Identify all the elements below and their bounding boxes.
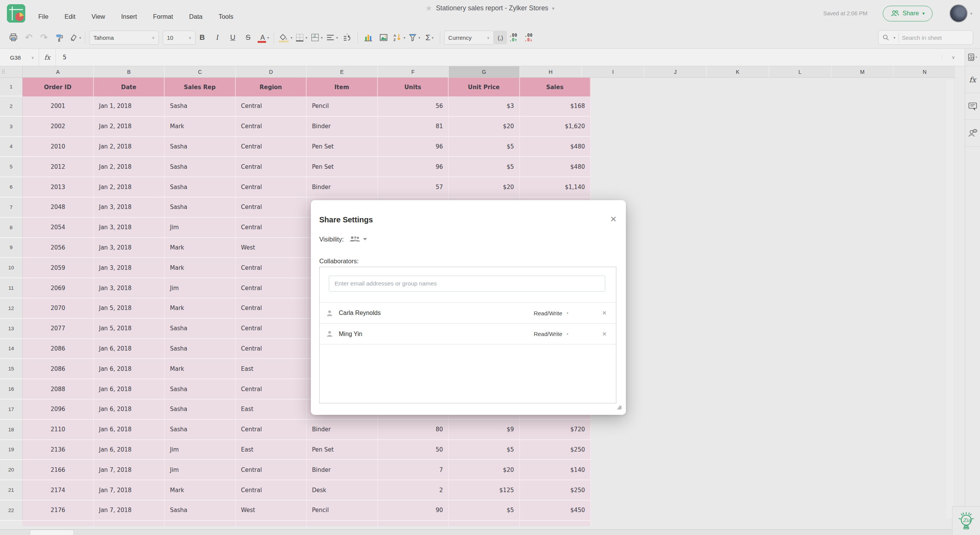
format-painter-button[interactable] — [53, 30, 66, 45]
column-header[interactable]: F — [378, 66, 449, 78]
cell[interactable]: $250 — [520, 480, 591, 500]
row-header[interactable]: 13 — [0, 319, 23, 339]
row-header[interactable]: 15 — [0, 359, 23, 379]
fill-color-button[interactable]: ▾ — [278, 30, 292, 45]
header-cell[interactable]: Date — [94, 78, 165, 96]
redo-button[interactable]: ↷ — [38, 30, 51, 45]
row-header[interactable]: 14 — [0, 339, 23, 359]
share-button[interactable]: Share ▾ — [883, 6, 933, 21]
zia-assistant-button[interactable]: Zia — [952, 506, 980, 535]
remove-collaborator-button[interactable]: ✕ — [602, 331, 607, 338]
cell[interactable]: $5 — [449, 501, 520, 520]
cell[interactable]: Sasha — [165, 319, 236, 338]
cell[interactable]: Mark — [165, 359, 236, 378]
column-header[interactable]: H — [520, 66, 582, 78]
column-header[interactable]: G — [449, 66, 520, 78]
cell[interactable]: $168 — [520, 96, 591, 116]
row-header[interactable]: 18 — [0, 420, 23, 440]
cell[interactable]: Pen Set — [307, 137, 378, 157]
cell[interactable]: Jim — [165, 278, 236, 298]
avatar-chevron-down-icon[interactable]: ▾ — [970, 11, 972, 16]
cell[interactable]: Sasha — [165, 197, 236, 217]
cell[interactable]: Binder — [307, 460, 378, 480]
sort-button[interactable]: A Z ▾ — [392, 30, 405, 45]
row-header[interactable]: 2 — [0, 96, 23, 117]
cell[interactable]: Jan 5, 2018 — [94, 298, 165, 318]
permission-select[interactable]: Read/Write ▾ — [534, 331, 568, 337]
formula-bar-collapse-chevron[interactable]: ∨ — [942, 55, 965, 60]
filter-button[interactable]: ▾ — [408, 30, 421, 45]
row-header[interactable]: 21 — [0, 480, 23, 501]
collaborator-email-input[interactable] — [329, 276, 605, 292]
cell[interactable]: $5 — [449, 440, 520, 460]
undo-button[interactable]: ↶ — [22, 30, 35, 45]
cell[interactable]: Central — [236, 339, 307, 359]
cell-name-box[interactable]: G38 ∨ — [0, 49, 39, 66]
cell[interactable]: $20 — [449, 460, 520, 480]
menu-format[interactable]: Format — [153, 13, 173, 20]
cell[interactable]: West — [236, 238, 307, 258]
cell[interactable]: 2001 — [23, 96, 94, 116]
cell[interactable]: $20 — [449, 177, 520, 197]
dialog-close-button[interactable]: ✕ — [610, 215, 617, 224]
text-wrap-button[interactable] — [341, 30, 354, 45]
sheet-view-button[interactable] — [965, 49, 980, 66]
row-header[interactable]: 11 — [0, 278, 23, 298]
header-cell[interactable]: Item — [307, 78, 378, 96]
cell[interactable]: Jan 3, 2018 — [94, 197, 165, 217]
cell[interactable]: Central — [236, 278, 307, 298]
cell[interactable]: 90 — [378, 501, 449, 520]
cell[interactable]: Binder — [307, 117, 378, 136]
cell[interactable]: $9 — [449, 420, 520, 439]
cell[interactable]: 2048 — [23, 197, 94, 217]
underline-button[interactable]: U — [226, 30, 239, 45]
cell[interactable]: 57 — [378, 177, 449, 197]
alignment-button[interactable]: ▾ — [325, 30, 338, 45]
fx-button[interactable]: fx — [39, 49, 56, 66]
zoho-sheet-logo-icon[interactable] — [7, 4, 25, 23]
cell[interactable]: $1,620 — [520, 117, 591, 136]
dialog-resize-handle[interactable] — [615, 404, 622, 412]
cell[interactable]: Jan 6, 2018 — [94, 420, 165, 439]
cell[interactable]: Binder — [307, 420, 378, 439]
cell[interactable]: Sasha — [165, 177, 236, 197]
column-header[interactable]: E — [307, 66, 378, 78]
cell[interactable]: Sasha — [165, 339, 236, 359]
menu-tools[interactable]: Tools — [219, 13, 234, 20]
cell[interactable]: $5 — [449, 157, 520, 176]
cell[interactable]: Central — [236, 218, 307, 237]
cell[interactable]: Pencil — [307, 501, 378, 520]
cell[interactable]: 2166 — [23, 460, 94, 480]
cell[interactable]: West — [236, 501, 307, 520]
italic-button[interactable]: I — [211, 30, 224, 45]
bold-button[interactable]: B — [196, 30, 209, 45]
cell[interactable]: Sasha — [165, 137, 236, 157]
header-cell[interactable]: Region — [236, 78, 307, 96]
cell[interactable]: 81 — [378, 117, 449, 136]
font-color-button[interactable]: A ▾ — [257, 30, 270, 45]
cell[interactable]: 80 — [378, 420, 449, 439]
sheet-tab[interactable] — [30, 530, 74, 535]
cell[interactable]: $3 — [449, 96, 520, 116]
row-header[interactable]: 19 — [0, 440, 23, 460]
cell[interactable]: Jan 3, 2018 — [94, 218, 165, 237]
cell[interactable]: 7 — [378, 460, 449, 480]
search-chevron-icon[interactable]: ▾ — [893, 36, 895, 40]
row-header[interactable]: 3 — [0, 117, 23, 137]
row-header[interactable]: 20 — [0, 460, 23, 480]
cell[interactable]: Central — [236, 298, 307, 318]
cell[interactable]: 2002 — [23, 117, 94, 136]
cell[interactable]: Sasha — [165, 400, 236, 419]
row-header[interactable]: 17 — [0, 400, 23, 420]
column-header[interactable]: C — [165, 66, 236, 78]
column-header[interactable]: K — [707, 66, 769, 78]
cell[interactable]: Jan 6, 2018 — [94, 379, 165, 399]
header-cell[interactable]: Order ID — [23, 78, 94, 96]
column-header[interactable]: L — [769, 66, 831, 78]
row-header[interactable]: 16 — [0, 379, 23, 400]
favorite-star-icon[interactable]: ★ — [426, 4, 432, 13]
comments-panel-button[interactable] — [965, 93, 980, 120]
cell[interactable]: Central — [236, 460, 307, 480]
cell[interactable]: $20 — [449, 117, 520, 136]
cell[interactable]: Mark — [165, 258, 236, 277]
